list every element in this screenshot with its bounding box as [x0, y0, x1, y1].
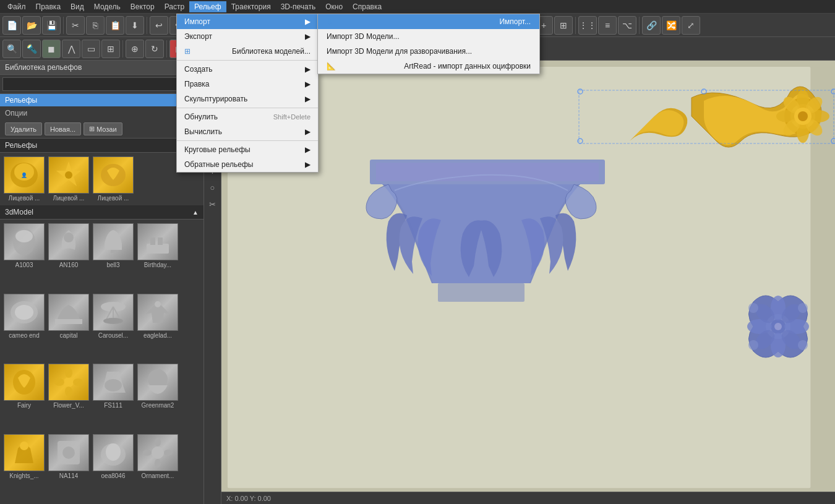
menu-edit[interactable]: Правка [31, 1, 66, 12]
tool-circle[interactable]: ○ [205, 180, 220, 195]
tool-d2[interactable]: ≡ [598, 16, 617, 35]
model-label-oea8046: oea8046 [101, 472, 126, 479]
menu-library[interactable]: ⊞ Библиотека моделей... [177, 44, 318, 59]
menu-export[interactable]: Экспорт ▶ [177, 29, 318, 44]
sep2 [147, 17, 147, 34]
tool-d3[interactable]: ⌥ [618, 16, 636, 35]
menu-file[interactable]: Файл [2, 1, 31, 12]
models-grid: A1003 AN160 bell3 Birthday [0, 220, 203, 504]
menu-raster[interactable]: Растр [160, 1, 189, 12]
menu-view[interactable]: Вид [66, 1, 89, 12]
svg-point-69 [748, 340, 758, 350]
save-button[interactable]: 💾 [42, 16, 61, 35]
submenu-import3d[interactable]: Импорт 3D Модели... [318, 29, 539, 44]
menu-help[interactable]: Справка [348, 1, 387, 12]
model-item-greenman2[interactable]: Greenman2 [136, 362, 179, 432]
menu-compute[interactable]: Вычислить ▶ [177, 124, 318, 139]
view3d-button[interactable]: ◼ [42, 40, 61, 58]
menu-circular[interactable]: Круговые рельефы ▶ [177, 142, 318, 157]
filter-button[interactable]: 🔦 [22, 40, 41, 58]
model-item-flowerv[interactable]: Flower_V... [47, 362, 90, 432]
model-item-carousel[interactable]: Carousel... [92, 293, 135, 362]
menu-create[interactable]: Создать ▶ [177, 62, 318, 77]
menu-model[interactable]: Модель [89, 1, 126, 12]
copy-button[interactable]: ⎘ [86, 16, 105, 35]
delete-button[interactable]: Удалить [5, 122, 42, 135]
model-item-ornament[interactable]: Ornament... [136, 433, 179, 502]
menu-reverse[interactable]: Обратные рельефы ▶ [177, 157, 318, 172]
model-item-fairy[interactable]: Fairy [2, 362, 46, 432]
import-arrow: ▶ [305, 17, 310, 26]
menu-edit-relief[interactable]: Правка ▶ [177, 77, 318, 92]
svg-point-27 [105, 379, 122, 391]
relief-item-1[interactable]: 👤 Лицевой ... [2, 155, 46, 203]
tool-e2[interactable]: 🔀 [662, 16, 680, 35]
mosaic-button[interactable]: ⊞ Мозаи [84, 122, 122, 135]
undo-button[interactable]: ↩ [150, 16, 168, 35]
menu-relief[interactable]: Рельеф [189, 1, 226, 12]
menu-trajectory[interactable]: Траектория [226, 1, 276, 12]
model-item-NA114[interactable]: NA114 [47, 433, 90, 502]
svg-point-13 [15, 305, 33, 320]
menu-sculpt[interactable]: Скульптурировать ▶ [177, 92, 318, 106]
model-item-capital[interactable]: capital [47, 293, 90, 362]
model-item-eaglelad[interactable]: eaglelad... [136, 293, 179, 362]
import-button[interactable]: ⬇ [126, 16, 144, 35]
new-file-button[interactable]: 📄 [2, 16, 21, 35]
sep-2 [177, 108, 318, 108]
view-grid-button[interactable]: ⊞ [101, 40, 120, 58]
reverse-label: Обратные рельефы [184, 160, 253, 169]
svg-point-20 [155, 301, 161, 307]
menu-reset[interactable]: Обнулить Shift+Delete [177, 109, 318, 124]
search-input[interactable] [2, 77, 201, 91]
model-item-oea8046[interactable]: oea8046 [92, 433, 135, 502]
model-item-A1003[interactable]: A1003 [2, 222, 46, 291]
new-button[interactable]: Новая... [45, 122, 81, 135]
menu-3dprint[interactable]: 3D-печать [276, 1, 321, 12]
menu-import[interactable]: Импорт ▶ [177, 14, 318, 29]
models-section-header[interactable]: 3dModel ▲ [0, 205, 203, 220]
submenu-import3dunwrap[interactable]: Импорт 3D Модели для разворачивания... [318, 44, 539, 59]
relief-item-3[interactable]: Лицевой ... [92, 155, 135, 203]
svg-point-37 [143, 450, 152, 456]
model-thumb-capital [48, 294, 89, 331]
search-row [0, 75, 203, 94]
tool-cut-path[interactable]: ✂ [205, 197, 220, 211]
tool-e1[interactable]: 🔗 [642, 16, 661, 35]
library-selector[interactable]: Рельефы [0, 94, 203, 106]
reliefs-section-header[interactable]: Рельефы [0, 139, 203, 153]
model-item-AN160[interactable]: AN160 [47, 222, 90, 291]
menu-window[interactable]: Окно [320, 1, 348, 12]
tool-c9[interactable]: ⊞ [554, 16, 573, 35]
rotate-button[interactable]: ↻ [145, 40, 164, 58]
mosaic-label: Мозаи [96, 126, 117, 133]
model-item-bell3[interactable]: bell3 [92, 222, 135, 291]
view-flat-button[interactable]: ▭ [82, 40, 100, 58]
svg-rect-8 [111, 250, 116, 253]
model-item-birthday[interactable]: Birthday... [136, 222, 179, 291]
model-label-ornament: Ornament... [142, 472, 174, 479]
view-height-button[interactable]: ⋀ [62, 40, 80, 58]
measure-button[interactable]: ⊕ [126, 40, 144, 58]
sep-1 [177, 60, 318, 61]
cut-button[interactable]: ✂ [66, 16, 85, 35]
model-thumb-NA114 [48, 434, 89, 471]
menubar: Файл Правка Вид Модель Вектор Растр Рель… [0, 0, 835, 14]
model-item-knights[interactable]: Knights_... [2, 433, 46, 502]
model-item-FS111[interactable]: FS111 [92, 362, 135, 432]
model-item-cameoend[interactable]: cameo end [2, 293, 46, 362]
submenu-artread[interactable]: 📐 ArtRead - импорт данных оцифровки [318, 59, 539, 74]
zoom-in-button[interactable]: 🔍 [2, 40, 21, 58]
open-file-button[interactable]: 📂 [22, 16, 41, 35]
model-thumb-cameoend [4, 294, 45, 331]
menu-vector[interactable]: Вектор [126, 1, 160, 12]
model-label-eaglelad: eaglelad... [143, 332, 172, 339]
tool-d1[interactable]: ⋮⋮ [578, 16, 597, 35]
model-label-fairy: Fairy [17, 402, 31, 409]
paste-button[interactable]: 📋 [106, 16, 124, 35]
relief-item-2[interactable]: Лицевой ... [47, 155, 90, 203]
relief-label-1: Лицевой ... [9, 195, 40, 202]
tool-e3[interactable]: ⤢ [682, 16, 700, 35]
submenu-import[interactable]: ⬇ Импорт... [318, 14, 539, 29]
svg-rect-54 [376, 163, 599, 181]
